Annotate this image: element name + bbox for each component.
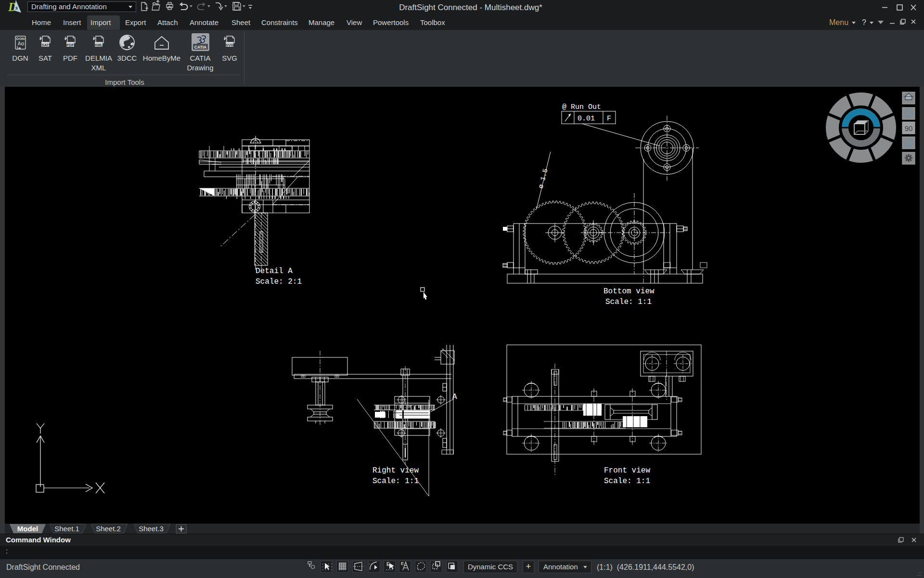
svg-text:E: E [386,562,390,567]
svg-text:E: E [401,561,404,566]
